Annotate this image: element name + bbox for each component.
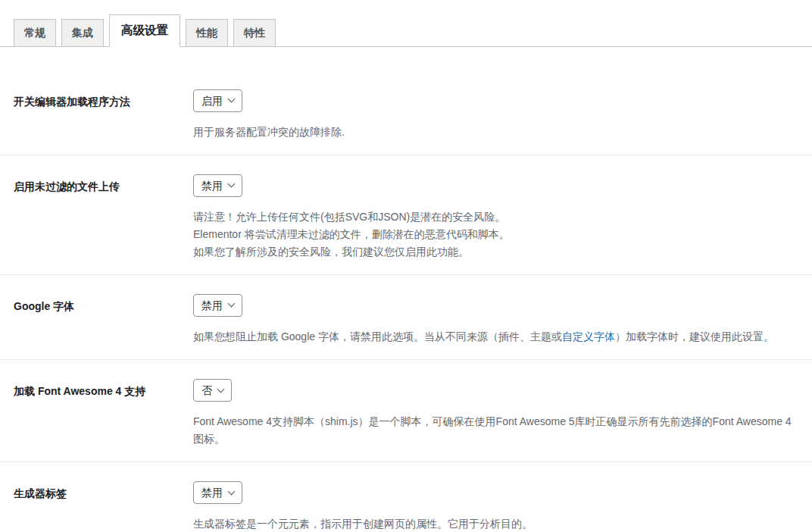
setting-label: 加载 Font Awesome 4 支持 — [14, 379, 193, 448]
setting-description: 请注意！允许上传任何文件(包括SVG和JSON)是潜在的安全风险。 Elemen… — [193, 208, 797, 261]
select-google-fonts[interactable]: 禁用 — [193, 294, 242, 317]
chevron-down-icon — [228, 300, 236, 308]
description-line: Elementor 将尝试清理未过滤的文件，删除潜在的恶意代码和脚本。 — [193, 226, 797, 243]
description-line: 请注意！允许上传任何文件(包括SVG和JSON)是潜在的安全风险。 — [193, 208, 797, 226]
setting-row-unfiltered-uploads: 启用未过滤的文件上传 禁用 请注意！允许上传任何文件(包括SVG和JSON)是潜… — [0, 155, 812, 275]
setting-content: 禁用 生成器标签是一个元元素，指示用于创建网页的属性。它用于分析目的。 — [193, 481, 797, 532]
select-editor-loader-method[interactable]: 启用 — [193, 89, 242, 112]
description-text: ）加载字体时，建议使用此设置。 — [615, 330, 774, 343]
select-value: 禁用 — [201, 482, 223, 503]
select-value: 禁用 — [201, 175, 223, 196]
description-line: 如果您了解所涉及的安全风险，我们建议您仅启用此功能。 — [193, 243, 797, 261]
select-unfiltered-uploads[interactable]: 禁用 — [193, 174, 242, 197]
chevron-down-icon — [228, 180, 236, 188]
setting-row-editor-loader-method: 开关编辑器加载程序方法 启用 用于服务器配置冲突的故障排除. — [0, 47, 812, 155]
description-line: 如果您想阻止加载 Google 字体，请禁用此选项。当从不同来源（插件、主题或自… — [193, 328, 797, 346]
settings-list: 开关编辑器加载程序方法 启用 用于服务器配置冲突的故障排除. 启用未过滤的文件上… — [0, 47, 812, 532]
settings-tab-bar: 常规 集成 高级设置 性能 特性 — [0, 0, 812, 47]
setting-description: 如果您想阻止加载 Google 字体，请禁用此选项。当从不同来源（插件、主题或自… — [193, 328, 797, 346]
setting-content: 否 Font Awesome 4支持脚本（shim.js）是一个脚本，可确保在使… — [193, 379, 797, 448]
description-line: 生成器标签是一个元元素，指示用于创建网页的属性。它用于分析目的。 — [193, 515, 797, 532]
select-font-awesome-4-support[interactable]: 否 — [193, 379, 232, 402]
setting-content: 启用 用于服务器配置冲突的故障排除. — [193, 89, 797, 141]
select-generator-tag[interactable]: 禁用 — [193, 481, 242, 504]
custom-fonts-link[interactable]: 自定义字体 — [562, 330, 615, 343]
setting-label: Google 字体 — [14, 294, 193, 346]
setting-label: 开关编辑器加载程序方法 — [14, 89, 193, 141]
chevron-down-icon — [228, 95, 236, 103]
elementor-settings-page: 常规 集成 高级设置 性能 特性 开关编辑器加载程序方法 启用 用于服务器配置冲… — [0, 0, 812, 532]
description-line: 用于服务器配置冲突的故障排除. — [193, 124, 797, 141]
setting-description: 生成器标签是一个元元素，指示用于创建网页的属性。它用于分析目的。 — [193, 515, 797, 532]
setting-label: 生成器标签 — [14, 481, 193, 532]
tab-features[interactable]: 特性 — [233, 19, 276, 46]
tab-performance[interactable]: 性能 — [186, 19, 228, 46]
chevron-down-icon — [217, 385, 225, 393]
select-value: 禁用 — [201, 295, 223, 316]
tab-advanced-settings[interactable]: 高级设置 — [109, 14, 180, 47]
setting-description: 用于服务器配置冲突的故障排除. — [193, 124, 797, 141]
description-line: Font Awesome 4支持脚本（shim.js）是一个脚本，可确保在使用F… — [193, 413, 797, 448]
tab-general[interactable]: 常规 — [14, 19, 56, 46]
chevron-down-icon — [228, 487, 236, 495]
setting-row-font-awesome-4-support: 加载 Font Awesome 4 支持 否 Font Awesome 4支持脚… — [0, 360, 812, 462]
select-value: 启用 — [201, 90, 223, 111]
tab-integrations[interactable]: 集成 — [61, 19, 104, 46]
setting-row-generator-tag: 生成器标签 禁用 生成器标签是一个元元素，指示用于创建网页的属性。它用于分析目的… — [0, 462, 812, 532]
select-value: 否 — [201, 380, 212, 401]
setting-content: 禁用 请注意！允许上传任何文件(包括SVG和JSON)是潜在的安全风险。 Ele… — [193, 174, 797, 261]
setting-row-google-fonts: Google 字体 禁用 如果您想阻止加载 Google 字体，请禁用此选项。当… — [0, 275, 812, 360]
description-text: 如果您想阻止加载 Google 字体，请禁用此选项。当从不同来源（插件、主题或 — [193, 330, 562, 343]
setting-content: 禁用 如果您想阻止加载 Google 字体，请禁用此选项。当从不同来源（插件、主… — [193, 294, 797, 346]
setting-label: 启用未过滤的文件上传 — [14, 174, 193, 261]
setting-description: Font Awesome 4支持脚本（shim.js）是一个脚本，可确保在使用F… — [193, 413, 797, 448]
